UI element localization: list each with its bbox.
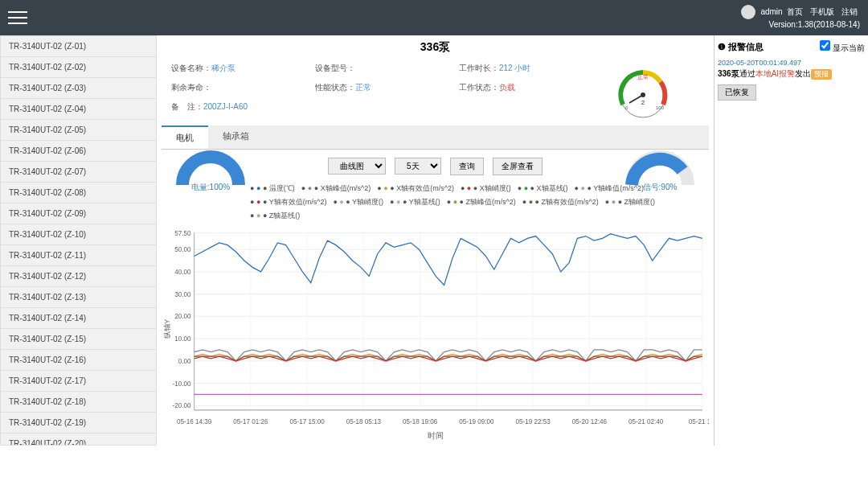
- sidebar-item[interactable]: TR-3140UT-02 (Z-15): [1, 329, 156, 350]
- sidebar-item[interactable]: TR-3140UT-02 (Z-04): [1, 99, 156, 120]
- sidebar-item[interactable]: TR-3140UT-02 (Z-07): [1, 162, 156, 183]
- svg-text:40.00: 40.00: [174, 269, 191, 276]
- legend-item[interactable]: Z轴峰值(m/s^2): [447, 197, 516, 208]
- device-info: 设备名称：稀介泵 设备型号： 工作时长：212 小时 正常 0 100 2: [162, 60, 709, 125]
- svg-text:05-20 12:46: 05-20 12:46: [572, 417, 608, 425]
- svg-text:05-21 02:40: 05-21 02:40: [628, 417, 664, 425]
- alarm-text: 336泵通过本地AI报警发出预报: [718, 68, 865, 80]
- svg-text:05-19 09:00: 05-19 09:00: [459, 417, 494, 425]
- svg-text:20.00: 20.00: [174, 313, 191, 320]
- sidebar-item[interactable]: TR-3140UT-02 (Z-16): [1, 350, 156, 371]
- device-work: 负载: [499, 83, 515, 92]
- svg-point-2: [641, 92, 645, 97]
- link-mobile[interactable]: 手机版: [810, 7, 834, 16]
- x-axis-label: 时间: [162, 430, 709, 442]
- fullscreen-button[interactable]: 全屏查看: [493, 158, 542, 175]
- sidebar-item[interactable]: TR-3140UT-02 (Z-06): [1, 141, 156, 162]
- device-name: 稀介泵: [211, 64, 235, 72]
- query-button[interactable]: 查询: [450, 158, 484, 175]
- svg-text:正常: 正常: [637, 74, 649, 80]
- sidebar-item[interactable]: TR-3140UT-02 (Z-02): [1, 57, 156, 78]
- legend-item[interactable]: 温度(℃): [250, 183, 295, 194]
- tabs: 电机 轴承箱: [162, 125, 709, 150]
- svg-text:50.00: 50.00: [174, 246, 191, 253]
- legend-item[interactable]: Y轴有效值(m/s^2): [250, 197, 326, 208]
- link-home[interactable]: 首页: [787, 7, 803, 16]
- sidebar-item[interactable]: TR-3140UT-02 (Z-12): [1, 266, 156, 287]
- svg-text:05-17 01:26: 05-17 01:26: [233, 417, 268, 425]
- sidebar-item[interactable]: TR-3140UT-02 (Z-05): [1, 120, 156, 141]
- top-right: admin 首页 手机版 注销 Version:1.38(2018-08-14): [741, 5, 860, 31]
- legend-item[interactable]: X轴有效值(m/s^2): [377, 183, 454, 194]
- svg-text:57.50: 57.50: [174, 229, 191, 236]
- version-text: Version:1.38(2018-08-14): [741, 19, 860, 31]
- tab-motor[interactable]: 电机: [162, 125, 208, 149]
- device-remark: 200ZJ-I-A60: [203, 102, 248, 111]
- sidebar-item[interactable]: TR-3140UT-02 (Z-18): [1, 392, 156, 413]
- sidebar-item[interactable]: TR-3140UT-02 (Z-08): [1, 183, 156, 203]
- show-current-checkbox[interactable]: 显示当前: [820, 40, 865, 54]
- alarm-title: ❶ 报警信息: [718, 41, 764, 53]
- svg-text:05-18 19:06: 05-18 19:06: [403, 417, 438, 425]
- sidebar-item[interactable]: TR-3140UT-02 (Z-09): [1, 203, 156, 224]
- svg-text:05-18 05:13: 05-18 05:13: [346, 417, 382, 425]
- range-select[interactable]: 5天: [395, 158, 441, 175]
- legend-item[interactable]: Y轴峰值(m/s^2): [575, 183, 644, 194]
- sidebar-item[interactable]: TR-3140UT-02 (Z-01): [1, 36, 156, 57]
- avatar: [741, 5, 755, 19]
- svg-text:05-19 22:53: 05-19 22:53: [515, 417, 551, 425]
- tab-bearing[interactable]: 轴承箱: [208, 125, 264, 149]
- sidebar-item[interactable]: TR-3140UT-02 (Z-03): [1, 78, 156, 99]
- menu-icon[interactable]: [8, 7, 27, 28]
- sidebar[interactable]: TR-3140UT-02 (Z-01)TR-3140UT-02 (Z-02)TR…: [0, 35, 157, 446]
- svg-text:05-16 14:39: 05-16 14:39: [177, 417, 212, 425]
- sidebar-item[interactable]: TR-3140UT-02 (Z-13): [1, 287, 156, 308]
- svg-text:10.00: 10.00: [174, 335, 191, 343]
- content: 336泵 设备名称：稀介泵 设备型号： 工作时长：212 小时 正常 0: [157, 35, 714, 446]
- svg-text:100: 100: [656, 105, 665, 110]
- legend-item[interactable]: Z轴基线(): [250, 211, 300, 221]
- alarm-timestamp: 2020-05-20T00:01:49.497: [718, 59, 865, 67]
- legend-item[interactable]: X轴峭度(): [461, 183, 511, 194]
- view-select[interactable]: 曲线图: [328, 158, 386, 175]
- legend-item[interactable]: Z轴峭度(): [605, 197, 655, 208]
- svg-text:-10.00: -10.00: [173, 380, 191, 387]
- link-logout[interactable]: 注销: [841, 7, 858, 16]
- chart-legend: 温度(℃)X轴峰值(m/s^2)X轴有效值(m/s^2)X轴峭度()X轴基线()…: [162, 180, 709, 224]
- svg-text:纵轴Y: 纵轴Y: [163, 319, 171, 339]
- svg-text:2: 2: [641, 99, 645, 106]
- device-perf: 正常: [355, 83, 371, 92]
- chart-controls: 曲线图 5天 查询 全屏查看: [162, 153, 709, 180]
- username: admin: [760, 7, 782, 16]
- legend-item[interactable]: Y轴基线(): [390, 197, 440, 208]
- line-chart[interactable]: -20.00-10.000.0010.0020.0030.0040.0050.0…: [162, 224, 709, 434]
- topbar: admin 首页 手机版 注销 Version:1.38(2018-08-14): [0, 0, 868, 35]
- svg-text:05-17 15:00: 05-17 15:00: [289, 417, 325, 425]
- legend-item[interactable]: Y轴峭度(): [333, 197, 383, 208]
- legend-item[interactable]: Z轴有效值(m/s^2): [522, 197, 599, 208]
- device-hours: 212 小时: [499, 64, 530, 72]
- sidebar-item[interactable]: TR-3140UT-02 (Z-17): [1, 371, 156, 392]
- sidebar-item[interactable]: TR-3140UT-02 (Z-11): [1, 245, 156, 266]
- svg-text:-20.00: -20.00: [173, 402, 191, 409]
- sidebar-item[interactable]: TR-3140UT-02 (Z-20): [1, 434, 156, 446]
- sidebar-item[interactable]: TR-3140UT-02 (Z-14): [1, 308, 156, 329]
- alarm-panel: ❶ 报警信息 显示当前 2020-05-20T00:01:49.497 336泵…: [714, 35, 868, 446]
- legend-item[interactable]: X轴基线(): [518, 183, 568, 194]
- page-title: 336泵: [162, 35, 709, 60]
- ack-button[interactable]: 已恢复: [718, 84, 756, 101]
- sidebar-item[interactable]: TR-3140UT-02 (Z-19): [1, 413, 156, 434]
- gauge-dial: 正常 0 100 2: [603, 63, 683, 119]
- svg-text:0.00: 0.00: [178, 358, 191, 365]
- svg-text:05-21 14:: 05-21 14:: [689, 417, 709, 425]
- legend-item[interactable]: X轴峰值(m/s^2): [301, 183, 371, 194]
- sidebar-item[interactable]: TR-3140UT-02 (Z-10): [1, 224, 156, 245]
- chart-area: 电量:100% 信号:90% 曲线图 5天 查询 全屏查看 温度(℃)X轴峰值(…: [162, 150, 709, 442]
- svg-text:30.00: 30.00: [174, 291, 191, 298]
